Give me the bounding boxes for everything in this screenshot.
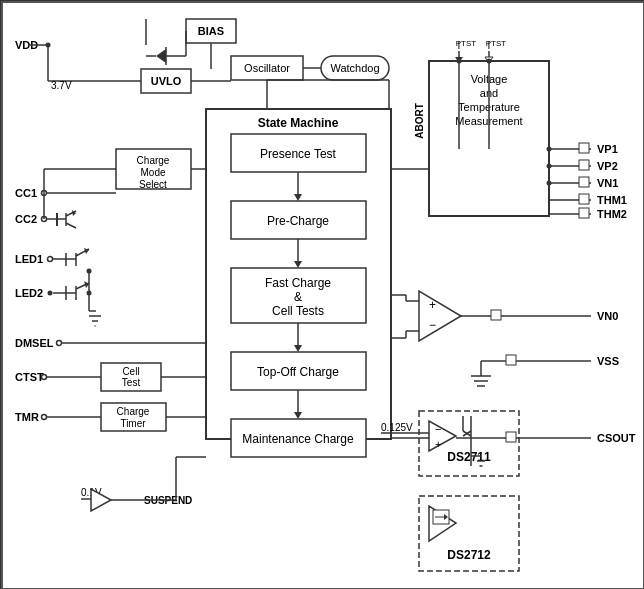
svg-point-94	[547, 164, 552, 169]
charge-timer-label1: Charge	[117, 406, 150, 417]
svg-rect-93	[579, 160, 589, 170]
charge-timer-label2: Timer	[120, 418, 146, 429]
svg-point-69	[87, 269, 92, 274]
ctst-label: CTST	[15, 371, 44, 383]
svg-point-71	[57, 341, 62, 346]
cell-test-label2: Test	[122, 377, 141, 388]
bias-label: BIAS	[198, 25, 224, 37]
charge-mode-label3: Select	[139, 179, 167, 190]
svg-point-50	[48, 257, 53, 262]
abort-label: ABORT	[414, 103, 425, 139]
svg-point-97	[547, 181, 552, 186]
topoff-charge-label: Top-Off Charge	[257, 365, 339, 379]
fast-charge-label: Fast Charge	[265, 276, 331, 290]
svg-rect-90	[579, 143, 589, 153]
svg-rect-99	[579, 194, 589, 204]
state-machine-title: State Machine	[258, 116, 339, 130]
svg-rect-114	[491, 310, 501, 320]
presence-test-label: Presence Test	[260, 147, 336, 161]
pre-charge-label: Pre-Charge	[267, 214, 329, 228]
charge-mode-label2: Mode	[140, 167, 165, 178]
svg-rect-96	[579, 177, 589, 187]
ds2711-plus: +	[435, 438, 441, 450]
cc2-label: CC2	[15, 213, 37, 225]
led1-label: LED1	[15, 253, 43, 265]
tmr-label: TMR	[15, 411, 39, 423]
svg-rect-124	[506, 355, 516, 365]
dmsel-label: DMSEL	[15, 337, 54, 349]
svg-rect-101	[579, 208, 589, 218]
svg-point-57	[48, 291, 53, 296]
svg-point-73	[42, 375, 47, 380]
vss-label: VSS	[597, 355, 619, 367]
maintenance-charge-label: Maintenance Charge	[242, 432, 354, 446]
ds2711-label: DS2711	[447, 450, 491, 464]
csout-label: CSOUT	[597, 432, 636, 444]
vn0-label: VN0	[597, 310, 618, 322]
diagram-container: VDD 3.7V UVLO BIAS Oscillator Watchdog A…	[0, 0, 644, 589]
charge-mode-label1: Charge	[137, 155, 170, 166]
led2-label: LED2	[15, 287, 43, 299]
thm2-label: THM2	[597, 208, 627, 220]
opamp-minus: −	[429, 318, 436, 332]
watchdog-label: Watchdog	[330, 62, 379, 74]
thm1-label: THM1	[597, 194, 627, 206]
fast-charge-amp: &	[294, 290, 302, 304]
svg-point-91	[547, 147, 552, 152]
oscillator-label: Oscillator	[244, 62, 290, 74]
vp2-label: VP2	[597, 160, 618, 172]
vp1-label: VP1	[597, 143, 618, 155]
uvlo-label: UVLO	[151, 75, 182, 87]
svg-point-77	[42, 415, 47, 420]
svg-rect-139	[506, 432, 516, 442]
ds2711-minus: −	[435, 423, 441, 435]
cell-tests-label: Cell Tests	[272, 304, 324, 318]
vn1-label: VN1	[597, 177, 618, 189]
voltage-0125-label: 0.125V	[381, 422, 413, 433]
iptst-left-sub: PTST	[456, 39, 477, 48]
ds2712-label: DS2712	[447, 548, 491, 562]
iptst-right-sub: PTST	[486, 39, 507, 48]
cc1-label: CC1	[15, 187, 37, 199]
svg-point-70	[87, 291, 92, 296]
voltage-37-label: 3.7V	[51, 80, 72, 91]
opamp-plus: +	[429, 298, 436, 312]
cell-test-label1: Cell	[122, 366, 139, 377]
